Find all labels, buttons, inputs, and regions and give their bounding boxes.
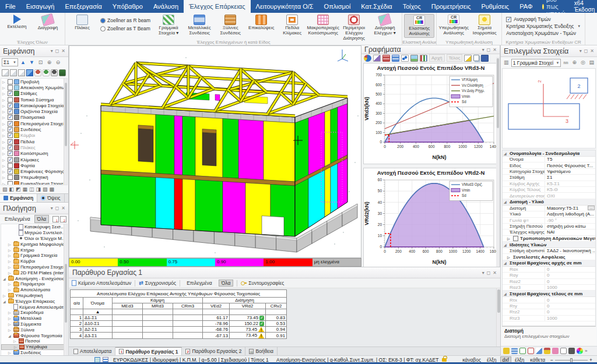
expander-icon[interactable]: ▷ bbox=[2, 140, 6, 144]
col-header-MRd3[interactable]: MRd3 bbox=[143, 303, 173, 309]
expander-icon[interactable]: ▷ bbox=[2, 158, 6, 162]
property-section-15[interactable]: ◢Ιδιότητες Υλικών bbox=[503, 242, 595, 248]
filter-all-toggle[interactable]: Όλα bbox=[219, 280, 234, 287]
expander-icon[interactable]: ▷ bbox=[8, 248, 12, 252]
checkbox-icon[interactable] bbox=[8, 163, 13, 168]
ribbon-button-1-5[interactable]: Επικαλύψεις bbox=[246, 14, 276, 31]
display-tree-item-15[interactable]: ▷Επιφάνειες Φόρτισης bbox=[1, 168, 67, 174]
expander-icon[interactable]: ▷ bbox=[8, 265, 12, 269]
view-cube-icon[interactable] bbox=[2, 69, 9, 76]
expander-icon[interactable]: ▷ bbox=[8, 310, 12, 314]
filter-cell[interactable] bbox=[203, 309, 230, 315]
table-row[interactable]: 1Δ1-Σ161.1773.45✓0.83 bbox=[71, 315, 287, 321]
expander-icon[interactable]: ▷ bbox=[2, 115, 6, 119]
chart-image-icon[interactable] bbox=[410, 55, 418, 62]
nav-tree-item-9[interactable]: ◢Αποτίμηση - Ενισχύσεις bbox=[1, 275, 67, 281]
table-row[interactable]: 2Δ10-Σ1-78.96150.22✓0.53 bbox=[71, 321, 287, 327]
invert-selection-icon[interactable]: ◨ bbox=[36, 186, 41, 192]
view-cube-active-icon[interactable] bbox=[26, 69, 33, 76]
menu-tab-4[interactable]: Ανάλυση bbox=[148, 0, 184, 13]
property-row-27[interactable]: Rτz31000 bbox=[503, 316, 595, 321]
bottom-tab-1[interactable]: 1Παράθυρο Εργασίας 1 bbox=[115, 347, 182, 355]
menu-tab-10[interactable]: Προμετρήσεις bbox=[426, 0, 476, 13]
property-row-9[interactable]: ΔιατομήMasonry:T5-Σ1... bbox=[503, 206, 595, 211]
view-cube-icon[interactable] bbox=[10, 69, 17, 76]
property-subsection-17[interactable]: ▷Συντελεστές Ασφάλειας bbox=[503, 254, 595, 260]
ribbon-button-1-0[interactable]: Πλάκες bbox=[67, 14, 97, 31]
nav-tree-item-16[interactable]: ▷Μεταλλικά bbox=[1, 316, 67, 321]
panel-menu-icon[interactable]: ▾ bbox=[482, 270, 484, 275]
ribbon-stack-item-0[interactable]: Αναγραφή Τιμών bbox=[506, 16, 581, 22]
layers-icon[interactable] bbox=[511, 348, 518, 354]
panel-menu-icon[interactable]: ▾ bbox=[482, 47, 484, 52]
chart-vrd2-n[interactable]: 0200400600800100012001400160001020304050… bbox=[363, 168, 498, 269]
expander-icon[interactable]: ▷ bbox=[8, 242, 12, 246]
nav-tree-item-18[interactable]: ▷Ξύλινα bbox=[1, 327, 67, 333]
col-header-name[interactable]: Όνομα bbox=[83, 298, 113, 309]
property-row-6[interactable]: Κόμβος ΤέλουςΚ5-Θ bbox=[503, 187, 595, 193]
column-chart-icon[interactable] bbox=[420, 55, 427, 62]
render-tree-icon[interactable] bbox=[34, 69, 41, 76]
select-props-icon[interactable]: ◫ bbox=[29, 186, 34, 192]
property-section-23[interactable]: ◢Στερεοί Βραχίονες τέλους σε mm bbox=[503, 291, 595, 297]
menu-tab-11[interactable]: Ρυθμίσεις bbox=[476, 0, 514, 13]
clear-selection-icon[interactable]: ▨ bbox=[43, 186, 48, 192]
chart-copy-icon[interactable] bbox=[473, 55, 479, 61]
menu-tab-7[interactable]: Οπλισμοί bbox=[319, 0, 356, 13]
checkbox-icon[interactable] bbox=[8, 97, 13, 103]
ribbon-button-1-9[interactable]: Διαγραφή Ελέγχων ▾ bbox=[370, 14, 400, 37]
filter-selected-toggle[interactable]: Επιλεγμένα bbox=[184, 280, 215, 287]
property-section-0[interactable]: ◢Ονοματολογία - Συνδεσμολογία bbox=[503, 150, 595, 157]
property-row-26[interactable]: Rτz20 bbox=[503, 309, 595, 315]
chart-vrd3-n[interactable]: 0200400600800100012001400010020030040050… bbox=[363, 63, 498, 164]
property-row-19[interactable]: Rαx0 bbox=[503, 267, 595, 273]
property-row-3[interactable]: Κατηγορία ΣτοιχείουΥφιστάμενο bbox=[503, 169, 595, 175]
display-tree-item-4[interactable]: ▷Κατακόρυφα Στοιχεία bbox=[1, 103, 67, 108]
checkbox-icon[interactable] bbox=[8, 133, 13, 138]
menu-tab-9[interactable]: Τοίχος bbox=[398, 0, 426, 13]
expander-icon[interactable]: ▷ bbox=[2, 98, 6, 102]
nav-tree-item-22[interactable]: ▷Συνδέσεις bbox=[1, 350, 67, 356]
checkbox-icon[interactable] bbox=[8, 79, 13, 84]
nav-tree-item-8[interactable]: ▷2D FEM Plates (internal... bbox=[1, 270, 67, 275]
nav-tree-item-15[interactable]: ▷Σκυρόδεμα bbox=[1, 310, 67, 316]
property-row-24[interactable]: Rτx0 bbox=[503, 297, 595, 303]
chart-small-icon[interactable] bbox=[536, 348, 542, 354]
select-window-icon[interactable]: ◧ bbox=[9, 186, 15, 192]
ribbon-button-2-0[interactable]: Ελαστικής Ανάλυσης bbox=[404, 14, 434, 38]
workwindow1-icon[interactable]: 1 bbox=[52, 216, 59, 222]
display-tree-item-9[interactable]: ▷Κόμβοι bbox=[1, 133, 67, 139]
display-scrollbar[interactable] bbox=[64, 79, 67, 185]
property-row-5[interactable]: Κόμβος ΑρχήςΚ5-Σ1 bbox=[503, 181, 595, 187]
model-3d-viewport[interactable] bbox=[69, 45, 361, 258]
ribbon-button-0-0[interactable]: Εκτέλεση bbox=[2, 14, 32, 30]
expander-icon[interactable]: ▷ bbox=[2, 164, 6, 168]
sync-button[interactable]: ⇄Συγχρονισμός bbox=[139, 280, 176, 286]
stacked-bar-chart-icon[interactable] bbox=[382, 55, 390, 62]
bars-small-icon[interactable] bbox=[544, 348, 550, 354]
nav-tree-item-5[interactable]: ▷Γραμμικά Στοιχεία bbox=[1, 253, 67, 259]
document-icon[interactable] bbox=[560, 348, 567, 354]
display-tree-item-11[interactable]: ▷Πλάκες bbox=[1, 144, 67, 150]
menu-tab-6[interactable]: Λειτουργικότητα Ο/Σ bbox=[251, 0, 319, 13]
expander-icon[interactable]: ▷ bbox=[2, 109, 6, 114]
level-up-icon[interactable]: ▲ bbox=[19, 59, 27, 66]
nav-tree-item-19[interactable]: ◢Φέρουσα Τοιχοποιία bbox=[1, 333, 67, 338]
col-header-VRd2[interactable]: VRd2 bbox=[230, 303, 266, 309]
zoom-selection-icon[interactable]: ◎ bbox=[580, 59, 587, 66]
nav-tree-item-6[interactable]: ▷Κόμβοι bbox=[1, 259, 67, 264]
abbreviations-button[interactable]: Συντομογραφίες bbox=[241, 280, 284, 286]
chart-start-button[interactable]: Αρχή bbox=[429, 54, 445, 62]
more-icon[interactable]: » bbox=[585, 348, 587, 354]
nav-tree-item-17[interactable]: ▷Σύμμεικτα bbox=[1, 321, 67, 327]
checkbox-icon[interactable] bbox=[8, 151, 13, 156]
property-row-22[interactable]: Rαz31000 bbox=[503, 285, 595, 291]
expander-icon[interactable]: ▷ bbox=[2, 169, 6, 174]
property-row-1[interactable]: ΌνομαT5 bbox=[503, 157, 595, 162]
property-row-21[interactable]: Rαz20 bbox=[503, 279, 595, 285]
nav-tree-item-12[interactable]: ▷Υπερωθητική bbox=[1, 293, 67, 299]
film-icon[interactable] bbox=[568, 348, 575, 354]
units-icon[interactable]: ㎜ bbox=[562, 59, 570, 66]
expander-icon[interactable]: ▷ bbox=[8, 322, 12, 326]
display-tree-item-8[interactable]: ▷Συνδέσεις bbox=[1, 126, 67, 132]
